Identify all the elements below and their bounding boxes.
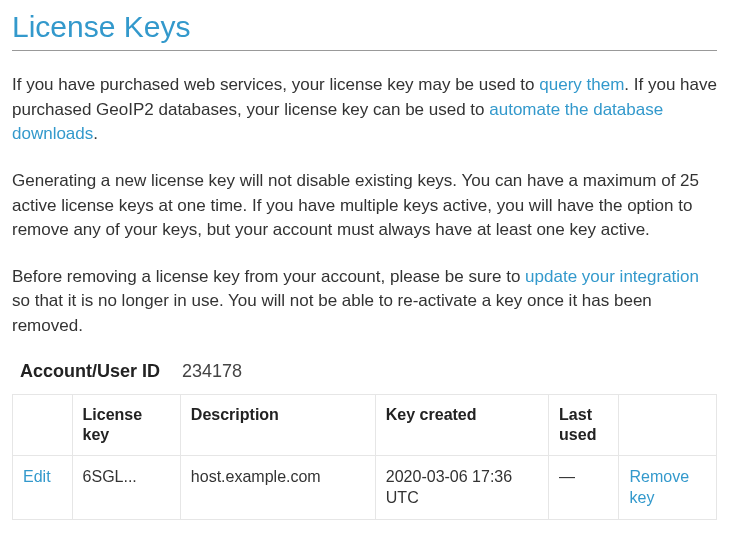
page-title: License Keys (12, 10, 717, 51)
cell-last-used: — (549, 455, 619, 519)
intro-text-3b: so that it is no longer in use. You will… (12, 291, 652, 335)
column-header-edit (13, 394, 73, 455)
license-keys-table: License key Description Key created Last… (12, 394, 717, 520)
account-user-id-row: Account/User ID 234178 (20, 361, 717, 382)
cell-license-key: 6SGL... (72, 455, 180, 519)
column-header-license-key: License key (72, 394, 180, 455)
intro-paragraph-3: Before removing a license key from your … (12, 265, 717, 339)
column-header-description: Description (180, 394, 375, 455)
intro-paragraph-1: If you have purchased web services, your… (12, 73, 717, 147)
account-label: Account/User ID (20, 361, 160, 382)
column-header-last-used: Last used (549, 394, 619, 455)
update-integration-link[interactable]: update your integration (525, 267, 699, 286)
intro-text-1c: . (93, 124, 98, 143)
column-header-key-created: Key created (375, 394, 548, 455)
query-them-link[interactable]: query them (539, 75, 624, 94)
column-header-remove (619, 394, 717, 455)
intro-text-3a: Before removing a license key from your … (12, 267, 525, 286)
intro-paragraph-2: Generating a new license key will not di… (12, 169, 717, 243)
edit-link[interactable]: Edit (23, 468, 51, 485)
intro-text-1a: If you have purchased web services, your… (12, 75, 539, 94)
account-value: 234178 (182, 361, 242, 382)
table-header-row: License key Description Key created Last… (13, 394, 717, 455)
cell-key-created: 2020-03-06 17:36 UTC (375, 455, 548, 519)
cell-description: host.example.com (180, 455, 375, 519)
table-row: Edit 6SGL... host.example.com 2020-03-06… (13, 455, 717, 519)
remove-key-link[interactable]: Remove key (629, 468, 689, 507)
